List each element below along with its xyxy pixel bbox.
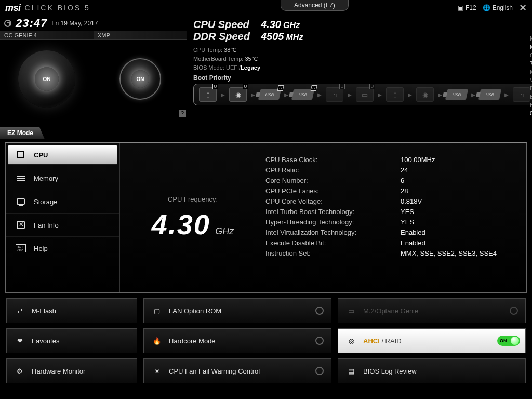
nav-memory[interactable]: Memory [6, 167, 119, 190]
boot-device-cd[interactable]: ◉U [229, 87, 247, 102]
drive-icon: ◎ [345, 335, 357, 347]
boot-device-usbkey[interactable]: ⏍U [326, 87, 343, 102]
boot-device-cd[interactable]: ◉ [416, 87, 434, 102]
xmp-label: XMP [94, 31, 187, 40]
hardcore-mode-toggle[interactable]: 🔥 Hardcore Mode [143, 328, 331, 353]
boot-priority-label: Boot Priority [193, 74, 532, 82]
hdd-icon: ▯ [393, 91, 397, 99]
mb-temp: 35℃ [245, 56, 257, 62]
toggle-on-icon: ON [497, 336, 520, 346]
info-row: Instruction Set:MMX, SSE, SSE2, SSE3, SS… [265, 248, 516, 259]
clock-date: Fri 19 May, 2017 [51, 20, 98, 27]
globe-icon: 🌐 [483, 4, 490, 11]
m2-optane-toggle[interactable]: ▭ M.2/Optane Genie [338, 298, 526, 323]
m2-icon: ▭ [345, 305, 357, 316]
ddr-speed-label: DDR Speed [193, 31, 261, 43]
cpu-fan-fail-toggle[interactable]: ✷ CPU Fan Fail Warning Control [143, 358, 331, 383]
boot-device-usb[interactable]: USBU [291, 89, 314, 100]
info-row: Intel Virtualization Technology:Enabled [265, 228, 516, 238]
boot-device-usb[interactable]: USB [478, 89, 501, 100]
usbkey-icon: ⏍ [520, 91, 524, 99]
boot-device-usb[interactable]: USB [445, 89, 468, 100]
ddr-speed-value: 4505 [261, 31, 284, 43]
boot-device-hdd[interactable]: ▯ [386, 87, 404, 102]
nav-fan-info[interactable]: Fan Info [6, 214, 119, 237]
hardware-monitor-button[interactable]: ⚙ Hardware Monitor [6, 358, 137, 383]
lan-option-rom-toggle[interactable]: ▢ LAN Option ROM [143, 298, 331, 323]
cpu-temp: 38℃ [224, 47, 236, 53]
cd-icon: ◉ [422, 91, 428, 99]
screenshot-button[interactable]: ▣ F12 [458, 4, 476, 11]
boot-device-hdd[interactable]: ▯U [199, 87, 217, 102]
xmp-knob[interactable]: ON [119, 58, 161, 100]
hdd-icon: ▯ [206, 91, 210, 99]
radio-off-icon [315, 307, 324, 315]
oc-genie-knob[interactable]: ON [18, 50, 75, 108]
cpu-frequency-display: CPU Frequency: 4.30 GHz [120, 143, 265, 292]
info-row: Hyper-Threading Technology:YES [265, 217, 516, 228]
info-row: CPU Base Clock:100.00MHz [265, 155, 516, 165]
cpu-speed-label: CPU Speed [193, 19, 261, 31]
cd-icon: ◉ [235, 91, 241, 99]
flame-icon: 🔥 [151, 335, 163, 347]
fan-icon [15, 221, 26, 229]
info-row: CPU PCIe Lanes:28 [265, 186, 516, 196]
ez-mode-tab[interactable]: EZ Mode [0, 127, 45, 139]
cpu-frequency-value: 4.30 [152, 209, 210, 240]
category-nav: CPU Memory Storage Fan Info HOTKEY Help [6, 143, 120, 292]
favorites-button[interactable]: ❤ Favorites [6, 328, 137, 353]
log-icon: ▤ [345, 365, 357, 377]
info-row: CPU Core Voltage:0.818V [265, 196, 516, 207]
system-info: MB: MSI X299 MOTHERBOARD CPU: Intel(R) C… [530, 34, 532, 117]
monitor-icon: ⚙ [14, 365, 25, 377]
mflash-button[interactable]: ⇄ M-Flash [6, 298, 137, 323]
radio-off-icon [315, 367, 324, 375]
usbkey-icon: ⏍ [332, 91, 337, 99]
radio-off-icon [315, 337, 324, 345]
info-row: CPU Ratio:24 [265, 165, 516, 176]
msi-logo: msi [5, 3, 21, 14]
bios-mode: Legacy [241, 64, 260, 71]
product-name: CLICK BIOS 5 [25, 4, 90, 12]
info-row: Execute Disable Bit:Enabled [265, 238, 516, 248]
heart-icon: ❤ [14, 335, 25, 347]
oc-genie-label: OC GENIE 4 [0, 31, 94, 40]
nav-storage[interactable]: Storage [6, 190, 119, 214]
boot-priority-strip[interactable]: ▯U▶ ◉U▶ USBU▶ USBU▶ ⏍U▶ ▭U▶ ▯▶ ◉▶ USB▶ U… [193, 84, 532, 105]
info-row: Intel Turbo Boost Technology:YES [265, 207, 516, 217]
boot-device-usb[interactable]: USBU [258, 89, 281, 100]
close-icon[interactable]: ✕ [519, 2, 527, 14]
nav-help[interactable]: HOTKEY Help [6, 237, 119, 260]
storage-icon [15, 197, 26, 206]
memory-icon [15, 174, 26, 182]
ahci-raid-toggle[interactable]: ◎ AHCI / RAID ON [338, 328, 526, 353]
fan-warn-icon: ✷ [151, 365, 163, 377]
advanced-mode-tab[interactable]: Advanced (F7) [281, 0, 349, 11]
cpu-info-table: CPU Base Clock:100.00MHzCPU Ratio:24Core… [265, 143, 526, 292]
lan-icon: ▢ [151, 305, 163, 316]
info-row: Core Number:6 [265, 176, 516, 186]
hotkey-icon: HOTKEY [15, 244, 26, 252]
clock-time: 23:47 [16, 17, 47, 30]
bios-log-review-button[interactable]: ▤ BIOS Log Review [338, 358, 526, 383]
clock: 23:47 Fri 19 May, 2017 [0, 16, 187, 31]
radio-off-icon [510, 307, 518, 315]
language-selector[interactable]: 🌐 English [483, 4, 513, 11]
clock-icon [4, 20, 11, 27]
flash-icon: ⇄ [14, 305, 25, 316]
help-icon[interactable]: ? [179, 110, 186, 117]
cpu-speed-value: 4.30 [261, 19, 281, 31]
boot-device-card[interactable]: ▭U [356, 87, 374, 102]
cpu-icon [15, 151, 26, 159]
camera-icon: ▣ [458, 4, 463, 11]
boot-device-usbkey[interactable]: ⏍ [513, 87, 530, 102]
card-icon: ▭ [362, 91, 368, 99]
nav-cpu[interactable]: CPU [8, 145, 117, 165]
top-bar: msi CLICK BIOS 5 Advanced (F7) ▣ F12 🌐 E… [0, 0, 532, 16]
